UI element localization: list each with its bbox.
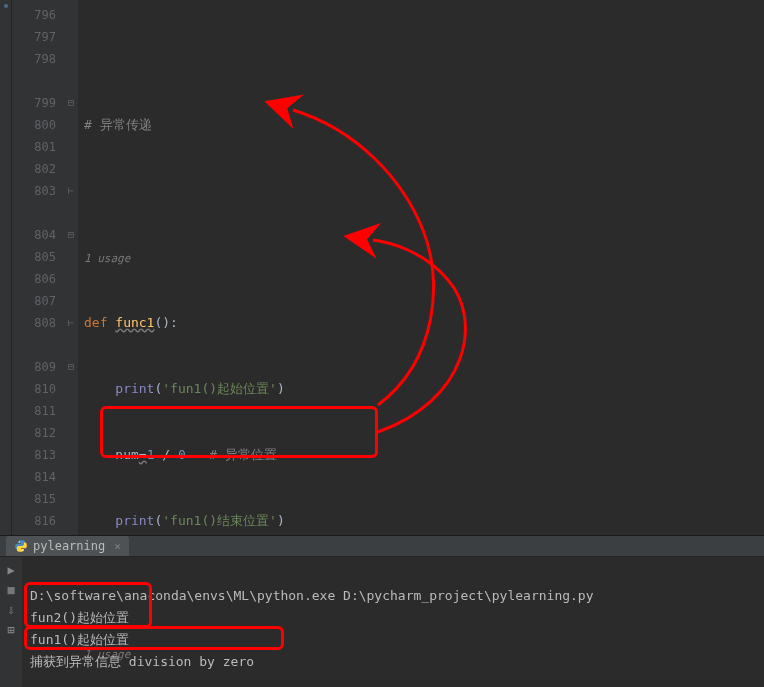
usage-hint: 1 usage	[84, 246, 764, 268]
console-line: 捕获到异常信息 division by zero	[30, 654, 254, 669]
line-number: 799	[12, 92, 56, 114]
line-number: 816	[12, 510, 56, 532]
layout-icon[interactable]: ⊞	[4, 623, 18, 637]
fold-icon[interactable]	[64, 136, 78, 158]
python-icon	[14, 539, 28, 553]
code-text: ():	[154, 315, 177, 330]
variable: num	[115, 447, 138, 462]
operator: /	[154, 447, 177, 462]
line-number	[12, 334, 56, 356]
console-line: fun1()起始位置	[30, 632, 129, 647]
fold-icon[interactable]: ⊟	[64, 224, 78, 246]
line-number	[12, 70, 56, 92]
fold-icon[interactable]	[64, 334, 78, 356]
line-number: 796	[12, 4, 56, 26]
svg-point-0	[19, 541, 20, 542]
line-number-gutter: 796 797 798 799 800 801 802 803 804 805 …	[12, 0, 64, 535]
fold-icon[interactable]	[64, 158, 78, 180]
fold-icon[interactable]	[64, 26, 78, 48]
line-number: 815	[12, 488, 56, 510]
console-line: D:\software\anaconda\envs\ML\python.exe …	[30, 588, 594, 603]
line-number: 809	[12, 356, 56, 378]
console-output[interactable]: D:\software\anaconda\envs\ML\python.exe …	[22, 557, 764, 687]
svg-point-1	[22, 550, 23, 551]
fold-icon[interactable]	[64, 48, 78, 70]
line-number: 797	[12, 26, 56, 48]
line-number: 803	[12, 180, 56, 202]
stop-icon[interactable]: ■	[4, 583, 18, 597]
fold-icon[interactable]: ⊟	[64, 356, 78, 378]
line-number: 808	[12, 312, 56, 334]
comment: # 异常位置	[186, 447, 277, 462]
fold-icon[interactable]	[64, 246, 78, 268]
fold-icon[interactable]	[64, 290, 78, 312]
fold-icon[interactable]: ⊢	[64, 180, 78, 202]
line-number: 805	[12, 246, 56, 268]
fold-icon[interactable]	[64, 488, 78, 510]
code-editor[interactable]: # 异常传递 1 usage def func1(): print('fun1(…	[78, 0, 764, 535]
line-number: 811	[12, 400, 56, 422]
line-number: 806	[12, 268, 56, 290]
fold-icon[interactable]	[64, 466, 78, 488]
fold-icon[interactable]: ⊢	[64, 312, 78, 334]
fold-icon[interactable]	[64, 400, 78, 422]
fold-icon[interactable]	[64, 268, 78, 290]
fold-icon[interactable]	[64, 202, 78, 224]
line-number: 798	[12, 48, 56, 70]
fold-icon[interactable]	[64, 444, 78, 466]
fold-icon[interactable]: ⊟	[64, 92, 78, 114]
editor-area: 796 797 798 799 800 801 802 803 804 805 …	[0, 0, 764, 535]
number: 0	[178, 447, 186, 462]
line-number: 812	[12, 422, 56, 444]
fold-icon[interactable]	[64, 114, 78, 136]
fold-icon[interactable]	[64, 4, 78, 26]
line-number: 801	[12, 136, 56, 158]
console-body: ▶ ■ ⇩ ⊞ D:\software\anaconda\envs\ML\pyt…	[0, 557, 764, 687]
operator: =	[139, 447, 147, 462]
line-number: 800	[12, 114, 56, 136]
builtin-print: print	[115, 381, 154, 396]
fold-gutter: ⊟ ⊢ ⊟ ⊢ ⊟	[64, 0, 78, 535]
string-literal: 'fun1()结束位置'	[162, 513, 277, 528]
line-number: 810	[12, 378, 56, 400]
line-number: 804	[12, 224, 56, 246]
console-toolbar: ▶ ■ ⇩ ⊞	[0, 557, 22, 687]
keyword-def: def	[84, 315, 115, 330]
builtin-print: print	[115, 513, 154, 528]
line-number: 802	[12, 158, 56, 180]
string-literal: 'fun1()起始位置'	[162, 381, 277, 396]
fold-icon[interactable]	[64, 378, 78, 400]
console-area: pylearning × ▶ ■ ⇩ ⊞ D:\software\anacond…	[0, 535, 764, 687]
console-line: fun2()起始位置	[30, 610, 129, 625]
function-name: func1	[115, 315, 154, 330]
rerun-icon[interactable]: ▶	[4, 563, 18, 577]
fold-icon[interactable]	[64, 70, 78, 92]
line-number: 807	[12, 290, 56, 312]
comment: # 异常传递	[84, 117, 152, 132]
marker-gutter	[0, 0, 12, 535]
line-number	[12, 202, 56, 224]
line-number: 813	[12, 444, 56, 466]
line-number: 814	[12, 466, 56, 488]
down-icon[interactable]: ⇩	[4, 603, 18, 617]
fold-icon[interactable]	[64, 422, 78, 444]
fold-icon[interactable]	[64, 510, 78, 532]
